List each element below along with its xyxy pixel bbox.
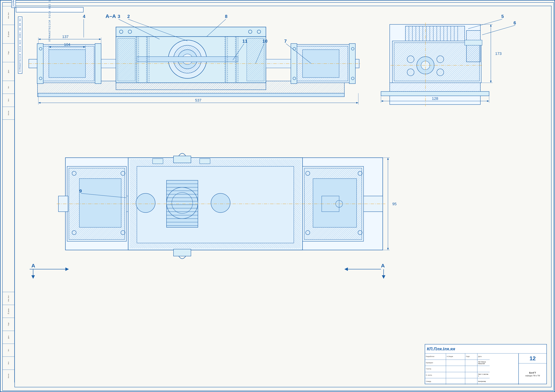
svg-text:95: 95: [392, 202, 396, 206]
sidebar-cell-6: Лист: [3, 93, 14, 107]
row1-col3: Подп: [465, 354, 477, 360]
sidebar-cell-3: Подп: [3, 43, 14, 62]
svg-text:137: 137: [62, 35, 69, 39]
drawing-page: ХУМНАОТ021СИ 91СА 022 1081 80 00 92 ХУМН…: [0, 0, 555, 392]
dept-label: БелГТ: [529, 371, 536, 374]
svg-text:А–А: А–А: [105, 13, 116, 19]
svg-text:А: А: [381, 263, 385, 269]
svg-text:4: 4: [83, 14, 85, 19]
sidebar-cell-13: Лит.: [3, 343, 14, 356]
row1-col4: Дата: [477, 354, 490, 360]
svg-rect-118: [174, 249, 191, 256]
svg-marker-177: [65, 267, 69, 271]
stamp-number: ХУМНАОТ021СИ 91СА 022 1081 80 00 92: [48, 0, 51, 42]
svg-rect-81: [381, 92, 489, 96]
svg-rect-115: [153, 158, 163, 164]
svg-rect-5: [37, 93, 344, 97]
top-stamp-box: ХУМНАОТ021СИ 91СА 022 1081 80 00 92: [16, 7, 84, 12]
svg-line-171: [482, 25, 515, 35]
row2-litmassa: Лит Масса Масштаб: [477, 360, 490, 366]
sidebar-cell-5: Лит.: [3, 81, 14, 93]
svg-text:6: 6: [513, 20, 516, 25]
svg-text:10: 10: [263, 38, 268, 44]
sidebar-cell-7: Листов: [3, 107, 14, 120]
row5-col2: [446, 378, 465, 385]
sidebar-cell-4: Дата: [3, 62, 14, 81]
svg-rect-91: [79, 178, 121, 227]
svg-marker-184: [382, 275, 385, 279]
title-grid-area: Разработал Н.Лящик Подп Дата Проверил Ли…: [425, 354, 547, 385]
title-left-grid: Разработал Н.Лящик Подп Дата Проверил Ли…: [425, 354, 518, 385]
svg-text:5: 5: [501, 14, 504, 19]
svg-rect-54: [405, 26, 465, 42]
svg-text:9: 9: [79, 188, 82, 193]
sidebar-cell-15: Листов: [3, 370, 14, 382]
svg-text:173: 173: [495, 51, 502, 56]
sheet-number: 12: [530, 355, 536, 362]
sidebar-cell-11: Подп: [3, 318, 14, 330]
row4-col3: [465, 372, 477, 378]
sidebar-cell-9: Изм. Лист: [3, 292, 14, 305]
svg-marker-179: [31, 275, 35, 279]
sidebar-cell-10: № докум.: [3, 305, 14, 318]
row3-col1: Т.контр.: [425, 366, 446, 372]
svg-text:128: 128: [432, 96, 438, 101]
row1-col1: Разработал: [425, 354, 446, 360]
svg-rect-82: [467, 30, 480, 62]
title-block: КП.Пля.Іля.яя Разработал Н.Лящик Подп Да…: [425, 344, 547, 384]
svg-marker-182: [344, 267, 348, 271]
svg-rect-24: [247, 38, 264, 81]
svg-rect-17: [116, 27, 266, 36]
svg-point-113: [136, 193, 155, 213]
row3-col4: [477, 366, 490, 372]
sidebar-cell-14: Лист: [3, 356, 14, 369]
svg-rect-80: [390, 83, 480, 92]
svg-text:2: 2: [127, 14, 130, 19]
row5-control: Контролер: [477, 378, 490, 385]
dept-info-cell: БелГТ кафедра ТМ и ТМ: [519, 363, 547, 385]
drawing-title: КП.Пля.Іля.яя: [427, 347, 455, 351]
svg-rect-126: [322, 196, 339, 212]
row1-col2: Н.Лящик: [446, 354, 465, 360]
row5-col1: Утверд.: [425, 378, 446, 385]
svg-text:А: А: [31, 263, 35, 269]
svg-text:7: 7: [284, 38, 287, 44]
svg-rect-38: [116, 83, 266, 90]
svg-text:11: 11: [242, 38, 248, 44]
row4-col2: [446, 372, 465, 378]
svg-rect-29: [137, 57, 238, 62]
row2-col3: [465, 360, 477, 366]
svg-line-169: [468, 19, 502, 29]
row4-col1: Н. контр.: [425, 372, 446, 378]
title-right-info: 12 БелГТ кафедра ТМ и ТМ: [518, 354, 547, 385]
svg-rect-83: [465, 40, 482, 45]
title-main-row: КП.Пля.Іля.яя: [425, 344, 547, 354]
subject-label: кафедра ТМ и ТМ: [525, 375, 540, 377]
svg-text:3: 3: [118, 14, 120, 19]
row5-col3: [465, 378, 477, 385]
sidebar-cell-2: № докум.: [3, 25, 14, 43]
main-drawing-svg: 137 104 537 128 173 95 4 А–А: [15, 6, 548, 382]
row3-col3: [465, 366, 477, 372]
row2-col2: [446, 360, 465, 366]
svg-rect-116: [200, 158, 210, 164]
svg-text:537: 537: [195, 98, 202, 102]
left-sidebar: Изм. Лист № докум. Подп Дата Лит. Лист Л…: [3, 6, 15, 382]
sidebar-cell-8: [3, 120, 14, 292]
stamp-label: ХУМНАОТ021СИ 91СА 022 1081 80 00 92: [12, 0, 15, 6]
sidebar-cell-1: Изм. Лист: [3, 6, 14, 25]
row4-listes: Лист 1 листов 1: [477, 372, 490, 378]
svg-text:104: 104: [64, 42, 70, 47]
svg-rect-117: [174, 156, 191, 163]
svg-text:8: 8: [225, 14, 227, 19]
row2-col1: Проверил: [425, 360, 446, 366]
sheet-number-cell: 12: [519, 354, 547, 363]
sidebar-cell-12: Дата: [3, 331, 14, 343]
svg-rect-23: [118, 38, 135, 81]
row3-col2: [446, 366, 465, 372]
svg-point-114: [211, 193, 230, 213]
